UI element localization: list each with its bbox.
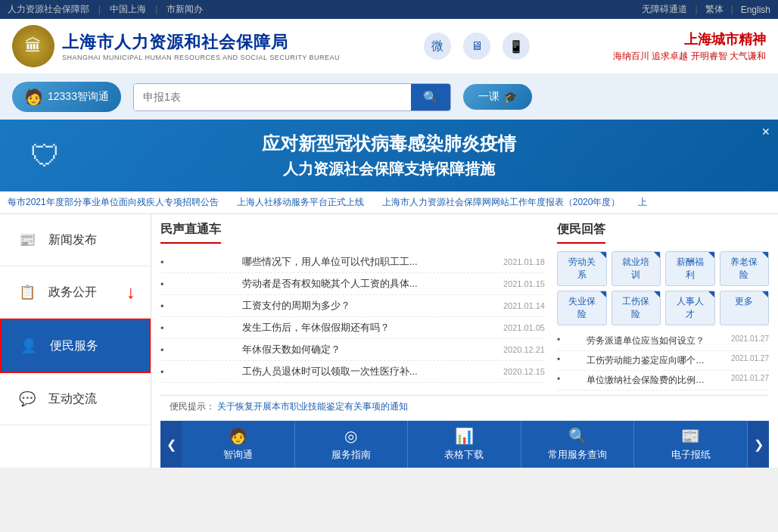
- sidebar-label-gov: 政务公开: [48, 285, 97, 300]
- sidebar-label-service: 便民服务: [50, 338, 98, 354]
- bottom-nav: ❮ 🧑 智询通 ◎ 服务指南 📊 表格下载 🔍 常用服务查询: [160, 421, 769, 468]
- bottom-nav-item-4[interactable]: 📰 电子报纸: [634, 421, 748, 468]
- content-top: 民声直通车 哪些情况下，用人单位可以代扣职工工... 2021.01.18 劳动…: [160, 222, 769, 390]
- topbar-item-0[interactable]: 人力资源社会保障部: [8, 3, 101, 16]
- search-box: 🔍: [133, 83, 451, 111]
- minsheng-link-0[interactable]: 哪些情况下，用人单位可以代扣职工工...: [242, 255, 424, 269]
- bianmin-date-2: 2021.01.27: [731, 374, 769, 387]
- minsheng-date-4: 2020.12.21: [503, 345, 545, 354]
- interact-icon: 💬: [15, 387, 39, 411]
- bottom-nav-item-3[interactable]: 🔍 常用服务查询: [521, 421, 635, 468]
- minsheng-link-1[interactable]: 劳动者是否有权知晓其个人工资的具体...: [242, 277, 424, 291]
- bianmin-title: 便民回答: [557, 222, 605, 244]
- guide-nav-icon: ◎: [344, 427, 357, 445]
- city-spirit-area: 上海城市精神 海纳百川 追求卓越 开明睿智 大气谦和: [613, 30, 766, 63]
- bottom-nav-next[interactable]: ❯: [748, 422, 769, 467]
- minsheng-item-1: 劳动者是否有权知晓其个人工资的具体... 2021.01.15: [160, 273, 545, 295]
- sidebar-item-news[interactable]: 📰 新闻发布: [0, 214, 151, 266]
- main-content: 📰 新闻发布 📋 政务公开 ↓ 👤 便民服务 💬 互动交流 民声直通车 哪些情况…: [0, 214, 778, 468]
- banner-line1: 应对新型冠状病毒感染肺炎疫情: [18, 132, 760, 156]
- minsheng-date-3: 2021.01.05: [503, 323, 545, 332]
- course-icon: 🎓: [504, 91, 517, 103]
- advisory-icon: 🧑: [24, 88, 43, 106]
- tag-7[interactable]: 更多: [720, 291, 770, 325]
- minsheng-item-3: 发生工伤后，年休假假期还有吗？ 2021.01.05: [160, 317, 545, 339]
- weibo-icon[interactable]: 微: [424, 33, 451, 60]
- tag-4[interactable]: 失业保险: [557, 291, 607, 325]
- sidebar-label-interact: 互动交流: [48, 391, 97, 407]
- bianmin-section: 便民回答 劳动关系 就业培训 薪酬福利 养老保险 失业保险 工伤保险 人事人才 …: [557, 222, 769, 390]
- logo-text: 上海市人力资源和社会保障局 SHANGHAI MUNICIPAL HUMAN R…: [62, 31, 340, 61]
- desktop-icon[interactable]: 🖥: [463, 33, 490, 60]
- topbar-item-2[interactable]: 市新闻办: [166, 3, 203, 16]
- bottom-nav-item-1[interactable]: ◎ 服务指南: [295, 421, 409, 468]
- accessibility-link[interactable]: 无障碍通道: [642, 3, 697, 16]
- search-input[interactable]: [134, 84, 411, 110]
- minsheng-item-4: 年休假天数如何确定？ 2020.12.21: [160, 339, 545, 361]
- query-nav-icon: 🔍: [568, 427, 587, 445]
- topbar-item-1[interactable]: 中国上海: [110, 3, 157, 16]
- tips-bar: 便民提示： 关于恢复开展本市职业技能鉴定有关事项的通知: [160, 395, 769, 418]
- tag-2[interactable]: 薪酬福利: [665, 251, 715, 286]
- minsheng-section: 民声直通车 哪些情况下，用人单位可以代扣职工工... 2021.01.18 劳动…: [160, 222, 545, 390]
- search-button[interactable]: 🔍: [411, 84, 450, 110]
- search-bar: 🧑 12333智询通 🔍 一课 🎓: [0, 74, 778, 120]
- minsheng-date-0: 2021.01.18: [503, 257, 545, 266]
- sidebar-item-interact[interactable]: 💬 互动交流: [0, 373, 151, 425]
- header: 🏛 上海市人力资源和社会保障局 SHANGHAI MUNICIPAL HUMAN…: [0, 19, 778, 74]
- bianmin-link-0[interactable]: 劳务派遣单位应当如何设立？: [587, 334, 708, 347]
- bottom-nav-item-2[interactable]: 📊 表格下载: [408, 421, 521, 468]
- bottom-nav-items: 🧑 智询通 ◎ 服务指南 📊 表格下载 🔍 常用服务查询 📰 电子报: [182, 421, 748, 468]
- advisory-nav-icon: 🧑: [229, 427, 247, 445]
- sidebar-item-service[interactable]: 👤 便民服务: [0, 319, 151, 373]
- ticker-item-0[interactable]: 每市2021年度部分事业单位面向残疾人专项招聘公告: [8, 196, 219, 209]
- minsheng-title: 民声直通车: [160, 222, 221, 244]
- bottom-nav-label-4: 电子报纸: [671, 448, 711, 462]
- bottom-nav-item-0[interactable]: 🧑 智询通: [182, 421, 295, 468]
- city-spirit-sub: 海纳百川 追求卓越 开明睿智 大气谦和: [613, 50, 766, 63]
- banner-shield-icon: 🛡: [30, 138, 61, 173]
- minsheng-link-5[interactable]: 工伤人员退休时可以领取一次性医疗补...: [242, 365, 424, 378]
- minsheng-link-3[interactable]: 发生工伤后，年休假假期还有吗？: [242, 321, 424, 334]
- tips-link[interactable]: 关于恢复开展本市职业技能鉴定有关事项的通知: [217, 401, 408, 412]
- ticker-item-3[interactable]: 上: [638, 196, 647, 209]
- logo-icon: 🏛: [12, 25, 54, 67]
- mobile-icon[interactable]: 📱: [503, 33, 530, 60]
- sidebar-label-news: 新闻发布: [48, 232, 97, 248]
- header-social-icons: 微 🖥 📱: [424, 33, 530, 60]
- sidebar-item-gov[interactable]: 📋 政务公开 ↓: [0, 266, 151, 319]
- advisory-button[interactable]: 🧑 12333智询通: [12, 82, 121, 112]
- ticker-item-2[interactable]: 上海市人力资源社会保障网网站工作年度报表（2020年度）: [382, 196, 621, 209]
- city-spirit-title: 上海城市精神: [613, 30, 766, 48]
- minsheng-date-2: 2021.01.14: [503, 301, 545, 310]
- tag-1[interactable]: 就业培训: [612, 251, 661, 286]
- minsheng-link-2[interactable]: 工资支付的周期为多少？: [242, 299, 424, 313]
- tips-label: 便民提示：: [170, 401, 215, 412]
- minsheng-link-4[interactable]: 年休假天数如何确定？: [242, 343, 424, 356]
- banner-close-button[interactable]: ✕: [761, 126, 770, 138]
- tag-3[interactable]: 养老保险: [720, 251, 770, 286]
- bianmin-date-0: 2021.01.27: [731, 334, 769, 347]
- minsheng-item-5: 工伤人员退休时可以领取一次性医疗补... 2020.12.15: [160, 361, 545, 383]
- bianmin-item-2: 单位缴纳社会保险费的比例是多少？ 2021.01.27: [557, 371, 769, 390]
- bianmin-item-1: 工伤劳动能力鉴定应向哪个部门提出申... 2021.01.27: [557, 351, 769, 371]
- bianmin-link-2[interactable]: 单位缴纳社会保险费的比例是多少？: [587, 374, 708, 387]
- table-nav-icon: 📊: [455, 427, 474, 445]
- traditional-chinese-link[interactable]: 繁体: [705, 3, 733, 16]
- search-icon: 🔍: [423, 91, 438, 104]
- bianmin-link-1[interactable]: 工伤劳动能力鉴定应向哪个部门提出申...: [587, 354, 708, 367]
- logo-area: 🏛 上海市人力资源和社会保障局 SHANGHAI MUNICIPAL HUMAN…: [12, 25, 340, 67]
- minsheng-item-0: 哪些情况下，用人单位可以代扣职工工... 2021.01.18: [160, 251, 545, 273]
- tag-6[interactable]: 人事人才: [665, 291, 715, 325]
- course-label: 一课: [478, 90, 499, 104]
- minsheng-item-2: 工资支付的周期为多少？ 2021.01.14: [160, 295, 545, 317]
- minsheng-date-1: 2021.01.15: [503, 279, 545, 288]
- bottom-nav-prev[interactable]: ❮: [160, 422, 182, 467]
- bianmin-date-1: 2021.01.27: [731, 354, 769, 367]
- tag-0[interactable]: 劳动关系: [557, 251, 607, 286]
- course-button[interactable]: 一课 🎓: [463, 84, 532, 110]
- ticker-item-1[interactable]: 上海人社移动服务平台正式上线: [237, 196, 364, 209]
- top-bar-left: 人力资源社会保障部 中国上海 市新闻办: [8, 3, 203, 16]
- tag-5[interactable]: 工伤保险: [612, 291, 661, 325]
- english-link[interactable]: English: [741, 5, 770, 15]
